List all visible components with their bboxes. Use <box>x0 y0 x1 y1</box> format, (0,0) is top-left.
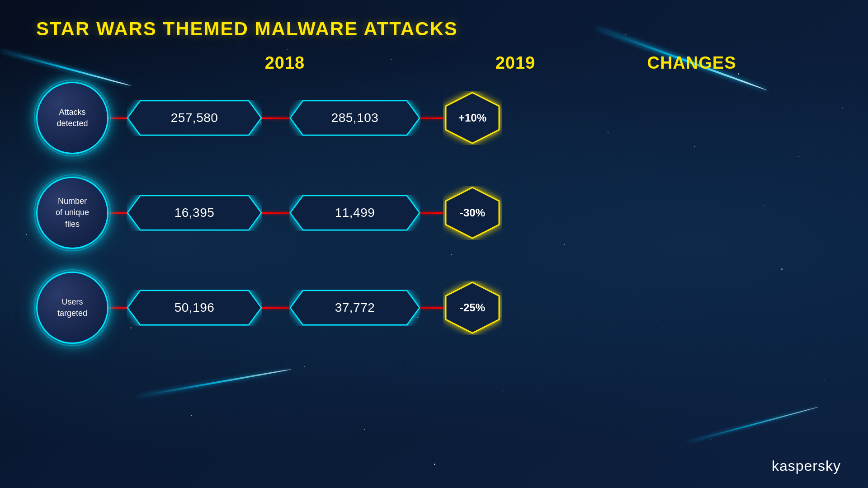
category-attacks: Attacks detected <box>36 82 108 154</box>
pill-2019-row2: 11,499 <box>289 195 420 231</box>
line-mid-1 <box>262 117 289 119</box>
line-left-2 <box>108 212 127 214</box>
header-changes: CHANGES <box>642 53 741 73</box>
category-label: Number of unique files <box>56 196 89 230</box>
line-left-3 <box>108 307 127 309</box>
table-row: Users targeted 50,196 37,772 <box>36 272 832 344</box>
change-value-row1: +10% <box>458 112 486 124</box>
logo-text: kaspersky <box>772 458 841 474</box>
line-mid-2 <box>262 212 289 214</box>
line-right-2 <box>420 212 443 214</box>
column-headers: 2018 2019 CHANGES <box>36 53 832 73</box>
hex-change-row2: -30% <box>443 186 502 240</box>
category-files: Number of unique files <box>36 177 108 249</box>
value-2019-row2: 11,499 <box>335 206 375 220</box>
value-2019-row1: 285,103 <box>331 111 379 125</box>
table-row: Attacks detected 257,580 <box>36 82 832 154</box>
line-right-3 <box>420 307 443 309</box>
kaspersky-logo: kaspersky <box>772 458 841 474</box>
value-2018-row2: 16,395 <box>175 206 215 220</box>
header-2018: 2018 <box>199 53 371 73</box>
line-left-1 <box>108 117 127 119</box>
hex-change-row3: -25% <box>443 281 502 335</box>
line-mid-3 <box>262 307 289 309</box>
pill-2018-row3: 50,196 <box>127 290 262 326</box>
value-2018-row3: 50,196 <box>175 300 215 315</box>
pill-2018-row1: 257,580 <box>127 100 262 136</box>
value-2018-row1: 257,580 <box>171 111 218 125</box>
data-rows: Attacks detected 257,580 <box>36 82 832 344</box>
pill-2019-row3: 37,772 <box>289 290 420 326</box>
hex-change-row1: +10% <box>443 91 502 145</box>
pill-2018-row2: 16,395 <box>127 195 262 231</box>
value-2019-row3: 37,772 <box>335 300 375 315</box>
change-value-row2: -30% <box>460 206 485 219</box>
category-users: Users targeted <box>36 272 108 344</box>
main-content: STAR WARS THEMED MALWARE ATTACKS 2018 20… <box>0 0 868 488</box>
header-2019: 2019 <box>434 53 597 73</box>
pill-2019-row1: 285,103 <box>289 100 420 136</box>
change-value-row3: -25% <box>460 301 485 314</box>
table-row: Number of unique files 16,395 11,499 <box>36 177 832 249</box>
line-right-1 <box>420 117 443 119</box>
category-label: Users targeted <box>57 296 87 319</box>
category-label: Attacks detected <box>57 107 88 129</box>
page-title: STAR WARS THEMED MALWARE ATTACKS <box>36 18 832 40</box>
